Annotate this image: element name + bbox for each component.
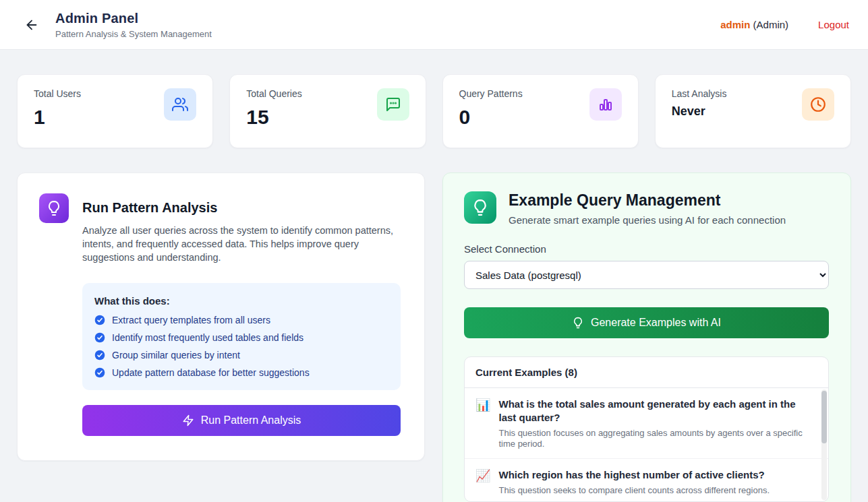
- bar-chart-emoji-icon: 📊: [475, 398, 490, 449]
- list-item: 📈 Which region has the highest number of…: [465, 459, 828, 501]
- header: Admin Panel Pattern Analysis & System Ma…: [0, 0, 868, 50]
- pattern-analysis-panel: Run Pattern Analysis Analyze all user qu…: [17, 172, 425, 461]
- list-item: Extract query templates from all users: [94, 315, 388, 325]
- list-item: Group similar queries by intent: [94, 350, 388, 360]
- clock-icon: [802, 88, 834, 121]
- info-box-title: What this does:: [94, 295, 388, 307]
- stat-value: 1: [34, 106, 81, 129]
- back-button[interactable]: [19, 12, 45, 38]
- panel-title: Run Pattern Analysis: [82, 200, 401, 216]
- lightbulb-icon: [572, 317, 584, 329]
- list-item-label: Update pattern database for better sugge…: [112, 367, 310, 378]
- stat-card-last-analysis: Last Analysis Never: [655, 74, 851, 148]
- select-connection-label: Select Connection: [464, 243, 829, 255]
- stat-label: Query Patterns: [459, 88, 523, 99]
- chart-increasing-emoji-icon: 📈: [475, 468, 490, 496]
- connection-select[interactable]: Sales Data (postgresql): [464, 261, 829, 289]
- list-item: Identify most frequently used tables and…: [94, 332, 388, 343]
- lightning-bolt-icon: [182, 414, 194, 427]
- example-description: This question focuses on aggregating sal…: [498, 428, 808, 449]
- panel-description: Analyze all user queries across the syst…: [82, 224, 401, 264]
- check-circle-icon: [94, 315, 105, 325]
- stats-row: Total Users 1 Total Queries 15 Query Pat…: [17, 74, 851, 148]
- page-title: Admin Panel: [55, 11, 212, 26]
- example-question: What is the total sales amount generated…: [498, 398, 808, 425]
- generate-button-label: Generate Examples with AI: [591, 317, 721, 329]
- example-question: Which region has the highest number of a…: [498, 468, 770, 482]
- lightbulb-icon: [464, 191, 496, 224]
- scrollbar[interactable]: [821, 389, 827, 500]
- main-content: Total Users 1 Total Queries 15 Query Pat…: [0, 50, 868, 502]
- stat-value: Never: [672, 104, 727, 119]
- run-button-label: Run Pattern Analysis: [201, 414, 301, 427]
- user-chip: admin (Admin): [720, 19, 788, 30]
- scrollbar-thumb[interactable]: [821, 391, 827, 443]
- examples-header: Current Examples (8): [465, 357, 828, 388]
- stat-label: Total Queries: [246, 88, 301, 99]
- check-circle-icon: [94, 367, 105, 378]
- users-icon: [164, 88, 196, 121]
- example-description: This question seeks to compare client co…: [498, 485, 770, 496]
- generate-examples-button[interactable]: Generate Examples with AI: [464, 307, 829, 338]
- list-item-label: Group similar queries by intent: [112, 350, 240, 360]
- bar-chart-icon: [589, 88, 622, 121]
- panel-subtitle: Generate smart example queries using AI …: [509, 214, 786, 226]
- run-pattern-analysis-button[interactable]: Run Pattern Analysis: [82, 405, 401, 436]
- check-circle-icon: [94, 350, 105, 360]
- stat-label: Total Users: [34, 88, 81, 99]
- chat-icon: [377, 88, 409, 121]
- user-role: (Admin): [753, 19, 789, 30]
- list-item-label: Identify most frequently used tables and…: [112, 332, 303, 343]
- page-subtitle: Pattern Analysis & System Management: [55, 29, 212, 39]
- logout-button[interactable]: Logout: [818, 19, 849, 30]
- example-query-panel: Example Query Management Generate smart …: [442, 172, 851, 502]
- stat-value: 0: [459, 106, 523, 129]
- arrow-left-icon: [24, 18, 39, 32]
- current-examples-card: Current Examples (8) 📊 What is the total…: [464, 356, 829, 502]
- stat-value: 15: [246, 106, 301, 129]
- stat-label: Last Analysis: [672, 88, 727, 99]
- info-box: What this does: Extract query templates …: [82, 283, 401, 390]
- lightbulb-icon: [39, 193, 69, 223]
- list-item: Update pattern database for better sugge…: [94, 367, 388, 378]
- examples-list[interactable]: 📊 What is the total sales amount generat…: [465, 388, 828, 501]
- panel-title: Example Query Management: [509, 191, 786, 210]
- stat-card-query-patterns: Query Patterns 0: [442, 74, 639, 148]
- check-circle-icon: [94, 332, 105, 343]
- stat-card-total-queries: Total Queries 15: [229, 74, 426, 148]
- list-item-label: Extract query templates from all users: [112, 315, 270, 325]
- list-item: 📊 What is the total sales amount generat…: [465, 388, 828, 459]
- username: admin: [720, 19, 750, 30]
- stat-card-total-users: Total Users 1: [17, 74, 213, 148]
